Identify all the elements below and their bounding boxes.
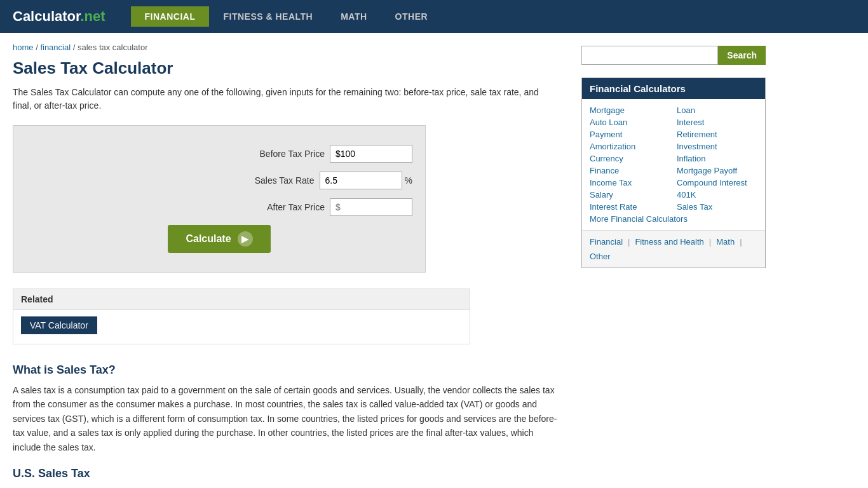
related-vat-link[interactable]: VAT Calculator <box>21 316 97 334</box>
breadcrumb-home[interactable]: home <box>13 43 34 52</box>
fc-401k[interactable]: 401K <box>677 190 757 200</box>
section2-heading: U.S. Sales Tax <box>13 467 559 480</box>
fc-retirement[interactable]: Retirement <box>677 130 757 139</box>
fc-header: Financial Calculators <box>582 78 765 99</box>
cat-fitness[interactable]: Fitness and Health <box>635 237 703 247</box>
fc-links-grid: Mortgage Loan Auto Loan Interest Payment… <box>582 99 765 230</box>
sidebar: Search Financial Calculators Mortgage Lo… <box>572 33 775 488</box>
search-input[interactable] <box>581 46 718 65</box>
before-tax-row: Before Tax Price <box>26 145 412 163</box>
search-button[interactable]: Search <box>718 46 766 65</box>
before-tax-label: Before Tax Price <box>260 149 325 159</box>
category-nav: Financial | Fitness and Health | Math | … <box>582 230 765 268</box>
calculate-arrow-icon: ▶ <box>238 231 253 247</box>
calculator-box: Before Tax Price Sales Tax Rate % After … <box>13 125 426 273</box>
after-tax-label: After Tax Price <box>267 202 325 212</box>
fc-more[interactable]: More Financial Calculators <box>590 214 757 224</box>
cat-math[interactable]: Math <box>716 237 735 247</box>
fc-payment[interactable]: Payment <box>590 130 670 139</box>
fc-income-tax[interactable]: Income Tax <box>590 178 670 187</box>
calculate-label: Calculate <box>186 233 231 245</box>
fc-mortgage[interactable]: Mortgage <box>590 105 670 115</box>
fc-salary[interactable]: Salary <box>590 190 670 200</box>
after-tax-row: After Tax Price <box>26 198 412 216</box>
fc-interest-rate[interactable]: Interest Rate <box>590 202 670 212</box>
before-tax-input[interactable] <box>330 145 412 163</box>
breadcrumb-current: sales tax calculator <box>78 43 148 52</box>
sales-tax-unit: % <box>405 175 412 186</box>
fc-loan[interactable]: Loan <box>677 105 757 115</box>
fc-inflation[interactable]: Inflation <box>677 154 757 163</box>
nav-financial[interactable]: FINANCIAL <box>131 6 210 27</box>
sales-tax-input[interactable] <box>320 172 402 189</box>
after-tax-input[interactable] <box>330 198 412 216</box>
fc-amortization[interactable]: Amortization <box>590 142 670 151</box>
fc-auto-loan[interactable]: Auto Loan <box>590 118 670 127</box>
page-description: The Sales Tax Calculator can compute any… <box>13 86 559 112</box>
breadcrumb-financial[interactable]: financial <box>40 43 71 52</box>
financial-calculators-widget: Financial Calculators Mortgage Loan Auto… <box>581 78 766 268</box>
sales-tax-row: Sales Tax Rate % <box>26 172 412 189</box>
fc-investment[interactable]: Investment <box>677 142 757 151</box>
fc-compound-interest[interactable]: Compound Interest <box>677 178 757 187</box>
fc-finance[interactable]: Finance <box>590 166 670 175</box>
nav-math[interactable]: MATH <box>327 6 381 27</box>
fc-interest[interactable]: Interest <box>677 118 757 127</box>
fc-mortgage-payoff[interactable]: Mortgage Payoff <box>677 166 757 175</box>
related-header: Related <box>13 289 470 310</box>
section1-heading: What is Sales Tax? <box>13 363 559 377</box>
cat-other[interactable]: Other <box>590 252 611 261</box>
calculate-button[interactable]: Calculate ▶ <box>168 225 270 253</box>
main-nav: FINANCIAL FITNESS & HEALTH MATH OTHER <box>131 6 442 27</box>
sales-tax-label: Sales Tax Rate <box>255 175 315 186</box>
fc-currency[interactable]: Currency <box>590 154 670 163</box>
nav-other[interactable]: OTHER <box>381 6 442 27</box>
logo-text-net: .net <box>80 8 105 24</box>
related-links: VAT Calculator <box>13 310 470 344</box>
breadcrumb: home / financial / sales tax calculator <box>13 43 559 52</box>
section1-text: A sales tax is a consumption tax paid to… <box>13 383 559 454</box>
related-section: Related VAT Calculator <box>13 288 470 344</box>
cat-financial[interactable]: Financial <box>590 237 623 247</box>
logo-text-calc: Calculator <box>13 8 80 24</box>
fc-sales-tax[interactable]: Sales Tax <box>677 202 757 212</box>
page-title: Sales Tax Calculator <box>13 58 559 78</box>
site-logo[interactable]: Calculator.net <box>13 8 105 25</box>
search-box: Search <box>581 46 766 65</box>
nav-fitness[interactable]: FITNESS & HEALTH <box>209 6 327 27</box>
